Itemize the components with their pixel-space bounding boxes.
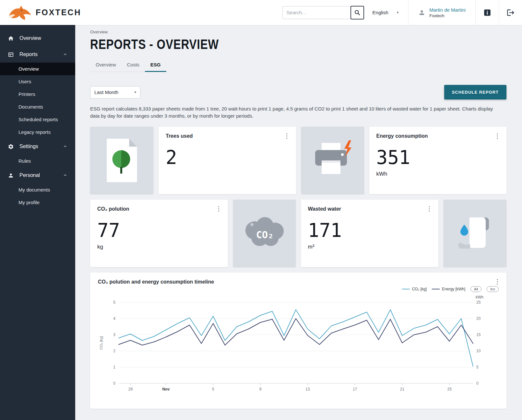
svg-text:25: 25 (447, 387, 452, 391)
sidebar-label: Reports (19, 52, 38, 57)
release-notes-icon (483, 8, 492, 17)
wasted-water-value: 171 (308, 221, 432, 240)
caret-down-icon: ▾ (397, 10, 399, 15)
svg-text:CO₂ [kg]: CO₂ [kg] (99, 336, 103, 350)
esg-description: ESG report calculates 8,333 paper sheets… (90, 105, 495, 120)
period-select[interactable]: Last Month ▾ (90, 86, 140, 99)
sidebar-subitem-users[interactable]: Users (0, 75, 75, 88)
logout-icon (506, 8, 515, 17)
sidebar-item-overview[interactable]: Overview (0, 30, 75, 46)
svg-text:Nov: Nov (162, 387, 170, 391)
svg-text:0: 0 (113, 381, 115, 386)
tree-paper-illustration (102, 137, 142, 183)
tab-esg[interactable]: ESG (145, 59, 166, 72)
co2-pollution-value: 77 (97, 221, 221, 240)
reports-icon (8, 52, 14, 58)
user-icon (418, 9, 425, 16)
svg-text:20: 20 (476, 316, 481, 321)
water-illustration-card (444, 200, 506, 267)
search-icon (354, 9, 361, 16)
home-icon (8, 35, 14, 41)
sidebar-subitem-printers[interactable]: Printers (0, 88, 75, 100)
svg-text:4: 4 (113, 316, 115, 321)
svg-text:9: 9 (259, 387, 262, 391)
language-value: English (373, 10, 388, 15)
sidebar-item-reports[interactable]: Reports (0, 46, 75, 63)
sidebar-subitem-my-documents[interactable]: My documents (0, 183, 75, 196)
logout-button[interactable] (499, 0, 522, 25)
wasted-water-card: Wasted water ⋮ 171 m³ (301, 200, 439, 267)
printer-lightning-illustration (310, 140, 355, 181)
sidebar-item-personal[interactable]: Personal (0, 167, 75, 183)
chevron-up-icon (63, 52, 67, 57)
foxtech-logo (8, 5, 32, 21)
legend-co2: CO₂ [kg] (402, 287, 427, 291)
trees-used-value: 2 (166, 148, 289, 167)
language-select[interactable]: English ▾ (373, 10, 399, 15)
trees-illustration-card (90, 127, 153, 194)
sidebar: Overview Reports Overview Users Printers… (0, 25, 75, 420)
svg-text:13: 13 (305, 387, 310, 391)
co2-illustration-card: CO₂ (233, 200, 296, 267)
sidebar-item-settings[interactable]: Settings (0, 138, 75, 155)
sidebar-subitem-my-profile[interactable]: My profile (0, 196, 75, 209)
search-button[interactable] (350, 6, 364, 19)
sidebar-label: Personal (19, 172, 40, 178)
card-title: Energy consumption (376, 133, 500, 139)
tab-overview[interactable]: Overview (90, 59, 122, 72)
card-menu-button[interactable]: ⋮ (492, 131, 503, 140)
svg-text:3: 3 (113, 332, 115, 337)
sidebar-subitem-legacy-reports[interactable]: Legacy reports (0, 126, 75, 138)
sidebar-label: Settings (19, 144, 38, 149)
svg-text:0: 0 (476, 381, 479, 386)
svg-text:10: 10 (476, 349, 481, 353)
energy-consumption-unit: kWh (376, 171, 500, 177)
svg-text:15: 15 (476, 332, 481, 337)
chevron-up-icon (63, 173, 67, 178)
user-org: Foxtech (429, 13, 466, 18)
person-icon (8, 172, 14, 179)
svg-text:5: 5 (476, 365, 479, 369)
card-menu-button[interactable]: ⋮ (282, 131, 292, 140)
legend-all-button[interactable]: All (470, 286, 481, 292)
chart-legend: CO₂ [kg] Energy [kWh] All Inv (98, 286, 499, 292)
sidebar-label: Overview (19, 35, 41, 41)
main-content: Overview REPORTS - OVERVIEW Overview Cos… (75, 25, 522, 420)
water-paper-illustration (453, 212, 497, 255)
chart-title: CO₂ polution and energy consumption time… (98, 279, 214, 285)
svg-text:5: 5 (212, 387, 214, 391)
co2-pollution-card: CO₂ polution ⋮ 77 kg (90, 200, 228, 267)
energy-consumption-value: 351 (376, 148, 500, 167)
card-menu-button[interactable]: ⋮ (214, 204, 224, 213)
sidebar-subitem-scheduled-reports[interactable]: Scheduled reports (0, 113, 75, 126)
sidebar-subitem-overview[interactable]: Overview (0, 63, 75, 75)
svg-text:2: 2 (113, 349, 115, 353)
caret-down-icon: ▾ (134, 90, 136, 94)
wasted-water-unit: m³ (308, 244, 432, 250)
co2-badge-text: CO₂ (256, 229, 274, 240)
schedule-report-button[interactable]: SCHEDULE REPORT (444, 85, 506, 99)
card-menu-button[interactable]: ⋮ (492, 277, 503, 286)
svg-text:1: 1 (113, 365, 115, 369)
sidebar-subitem-rules[interactable]: Rules (0, 155, 75, 167)
svg-text:17: 17 (353, 387, 357, 391)
card-title: CO₂ polution (97, 206, 221, 212)
svg-text:25: 25 (476, 300, 481, 305)
user-name: Martin de Martini (429, 7, 466, 13)
co2-pollution-unit: kg (97, 244, 221, 250)
release-notes-button[interactable] (475, 0, 499, 25)
period-value: Last Month (94, 89, 118, 95)
tab-costs[interactable]: Costs (122, 59, 145, 72)
svg-text:kWh: kWh (476, 295, 483, 299)
breadcrumb[interactable]: Overview (90, 29, 506, 34)
sidebar-subitem-documents[interactable]: Documents (0, 100, 75, 113)
svg-text:29: 29 (128, 387, 133, 391)
chevron-up-icon (63, 144, 67, 149)
search-input[interactable] (282, 6, 351, 19)
card-menu-button[interactable]: ⋮ (424, 204, 434, 213)
user-menu[interactable]: Martin de Martini Foxtech (409, 0, 475, 25)
co2-cloud-illustration: CO₂ (239, 213, 290, 254)
legend-inv-button[interactable]: Inv (487, 286, 499, 292)
gear-icon (8, 144, 14, 150)
trees-used-card: Trees used ⋮ 2 (159, 127, 296, 194)
